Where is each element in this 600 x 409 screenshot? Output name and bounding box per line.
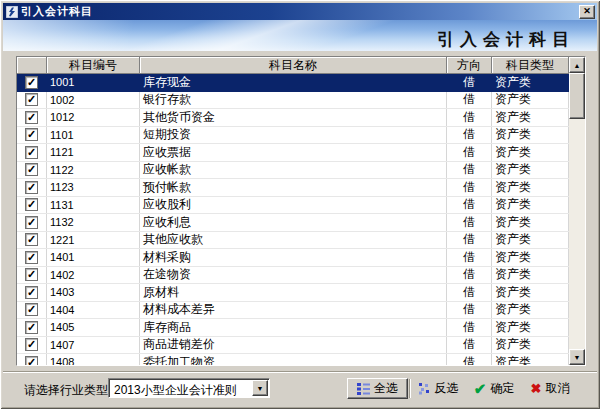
row-checkbox[interactable]: ✓	[25, 303, 38, 316]
row-checkbox[interactable]: ✓	[25, 198, 38, 211]
check-icon: ✓	[27, 164, 36, 174]
cancel-button[interactable]: ✖ 取消	[524, 378, 576, 399]
app-logo-icon	[6, 6, 18, 18]
invert-selection-icon	[418, 382, 431, 395]
scroll-up-button[interactable]: ▲	[569, 57, 585, 73]
row-checkbox-cell: ✓	[17, 284, 47, 301]
invert-selection-button[interactable]: 反选	[411, 378, 465, 399]
table-row[interactable]: ✓ 1002 银行存款 借 资产类	[17, 92, 569, 110]
row-checkbox[interactable]: ✓	[25, 321, 38, 334]
table-row[interactable]: ✓ 1101 短期投资 借 资产类	[17, 127, 569, 145]
table-row[interactable]: ✓ 1123 预付帐款 借 资产类	[17, 179, 569, 197]
titlebar[interactable]: 引入会计科目 ✕	[3, 3, 597, 20]
row-checkbox-cell: ✓	[17, 74, 47, 91]
row-checkbox[interactable]: ✓	[25, 93, 38, 106]
table-row[interactable]: ✓ 1408 委托加工物资 借 资产类	[17, 354, 569, 365]
row-checkbox[interactable]: ✓	[25, 251, 38, 264]
check-icon: ✓	[27, 269, 36, 279]
direction-cell: 借	[447, 92, 492, 109]
industry-type-dropdown[interactable]: 2013小型企业会计准则 ▼	[108, 378, 270, 398]
table-row[interactable]: ✓ 1402 在途物资 借 资产类	[17, 267, 569, 285]
ok-label: 确定	[490, 380, 514, 397]
row-checkbox[interactable]: ✓	[25, 163, 38, 176]
row-checkbox[interactable]: ✓	[25, 286, 38, 299]
table-body: ✓ 1001 库存现金 借 资产类 ✓ 1002 银行存款 借 资产类 ✓	[17, 74, 569, 365]
row-checkbox[interactable]: ✓	[25, 76, 38, 89]
row-checkbox-cell: ✓	[17, 267, 47, 284]
subject-code-cell: 1101	[47, 127, 140, 144]
row-checkbox-cell: ✓	[17, 232, 47, 249]
direction-cell: 借	[447, 302, 492, 319]
subject-name-cell: 商品进销差价	[140, 337, 447, 354]
row-checkbox[interactable]: ✓	[25, 338, 38, 351]
scrollbar-thumb[interactable]	[569, 73, 585, 119]
subject-code-cell: 1001	[47, 74, 140, 91]
chevron-down-icon: ▼	[257, 385, 264, 392]
table-row[interactable]: ✓ 1012 其他货币资金 借 资产类	[17, 109, 569, 127]
table-row[interactable]: ✓ 1131 应收股利 借 资产类	[17, 197, 569, 215]
row-checkbox-cell: ✓	[17, 92, 47, 109]
table-row[interactable]: ✓ 1407 商品进销差价 借 资产类	[17, 337, 569, 355]
vertical-scrollbar[interactable]: ▲ ▼	[569, 57, 585, 365]
subject-type-cell: 资产类	[492, 284, 569, 301]
subject-code-cell: 1403	[47, 284, 140, 301]
row-checkbox[interactable]: ✓	[25, 356, 38, 365]
direction-cell: 借	[447, 354, 492, 365]
direction-cell: 借	[447, 249, 492, 266]
row-checkbox-cell: ✓	[17, 302, 47, 319]
table-row[interactable]: ✓ 1132 应收利息 借 资产类	[17, 214, 569, 232]
subject-type-cell: 资产类	[492, 302, 569, 319]
ok-button[interactable]: ✔ 确定	[468, 378, 520, 399]
check-icon: ✓	[27, 322, 36, 332]
check-icon: ✓	[27, 94, 36, 104]
check-icon: ✓	[27, 304, 36, 314]
direction-cell: 借	[447, 284, 492, 301]
subject-name-cell: 应收帐款	[140, 162, 447, 179]
subject-code-cell: 1123	[47, 179, 140, 196]
select-all-button[interactable]: 全选	[347, 378, 408, 399]
table-row[interactable]: ✓ 1001 库存现金 借 资产类	[17, 74, 569, 92]
row-checkbox[interactable]: ✓	[25, 181, 38, 194]
table-row[interactable]: ✓ 1221 其他应收款 借 资产类	[17, 232, 569, 250]
subject-code-cell: 1131	[47, 197, 140, 214]
subject-name-cell: 其他应收款	[140, 232, 447, 249]
row-checkbox[interactable]: ✓	[25, 128, 38, 141]
subject-type-cell: 资产类	[492, 319, 569, 336]
check-icon: ✓	[27, 147, 36, 157]
direction-cell: 借	[447, 109, 492, 126]
direction-cell: 借	[447, 337, 492, 354]
row-checkbox[interactable]: ✓	[25, 146, 38, 159]
header-subject-name[interactable]: 科目名称	[140, 57, 447, 74]
row-checkbox[interactable]: ✓	[25, 268, 38, 281]
table-row[interactable]: ✓ 1403 原材料 借 资产类	[17, 284, 569, 302]
table-row[interactable]: ✓ 1401 材料采购 借 资产类	[17, 249, 569, 267]
row-checkbox-cell: ✓	[17, 162, 47, 179]
row-checkbox[interactable]: ✓	[25, 233, 38, 246]
table-row[interactable]: ✓ 1405 库存商品 借 资产类	[17, 319, 569, 337]
direction-cell: 借	[447, 232, 492, 249]
table-row[interactable]: ✓ 1122 应收帐款 借 资产类	[17, 162, 569, 180]
subject-name-cell: 库存商品	[140, 319, 447, 336]
check-icon: ✓	[27, 252, 36, 262]
header-checkbox-column[interactable]	[17, 57, 47, 74]
table-row[interactable]: ✓ 1404 材料成本差异 借 资产类	[17, 302, 569, 320]
header-direction[interactable]: 方向	[447, 57, 492, 74]
check-icon: ✓	[27, 112, 36, 122]
table-row[interactable]: ✓ 1121 应收票据 借 资产类	[17, 144, 569, 162]
direction-cell: 借	[447, 162, 492, 179]
header-subject-type[interactable]: 科目类型	[492, 57, 569, 74]
row-checkbox[interactable]: ✓	[25, 216, 38, 229]
dropdown-arrow-button[interactable]: ▼	[252, 380, 268, 396]
check-icon: ✓	[27, 357, 36, 365]
direction-cell: 借	[447, 319, 492, 336]
row-checkbox[interactable]: ✓	[25, 111, 38, 124]
header-subject-code[interactable]: 科目编号	[47, 57, 140, 74]
subject-code-cell: 1401	[47, 249, 140, 266]
direction-cell: 借	[447, 179, 492, 196]
direction-cell: 借	[447, 214, 492, 231]
subject-code-cell: 1122	[47, 162, 140, 179]
select-all-icon	[357, 382, 370, 395]
scroll-down-button[interactable]: ▼	[569, 349, 585, 365]
subject-code-cell: 1132	[47, 214, 140, 231]
close-button[interactable]: ✕	[579, 5, 595, 19]
